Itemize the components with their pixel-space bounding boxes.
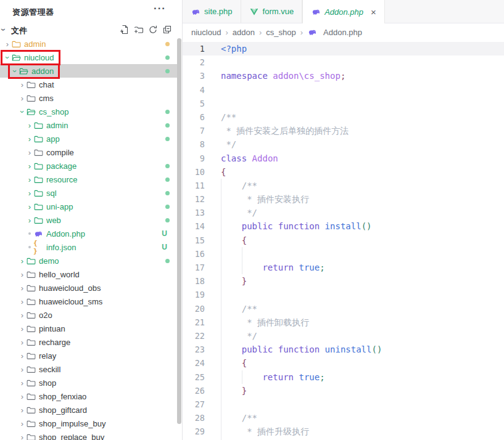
sidebar-scrollbar[interactable] [177,38,181,424]
tree-item-uni-app[interactable]: ›uni-app [0,200,177,213]
code-line-6[interactable]: 6/** [183,110,504,124]
changes-dot-badge [165,55,170,60]
chevron-collapsed-icon: › [26,203,33,211]
code-line-13[interactable]: 13 */ [183,206,504,219]
code-line-3[interactable]: 3namespace addon\cs_shop; [183,69,504,83]
breadcrumb-item-addon[interactable]: addon [233,28,255,37]
tree-item-label: relay [39,351,56,361]
tree-item-seckill[interactable]: ›seckill [0,362,177,376]
code-line-17[interactable]: 17 return true; [183,261,504,274]
tree-item-label: niucloud [24,53,54,62]
tree-item-niucloud[interactable]: ›niucloud [0,51,177,64]
code-line-10[interactable]: 10{ [183,165,504,179]
code-line-25[interactable]: 25 return true; [183,370,504,384]
code-line-24[interactable]: 24 { [183,356,504,370]
tree-item-relay[interactable]: ›relay [0,349,177,362]
tree-item-recharge[interactable]: ›recharge [0,335,177,349]
code-text: { [221,234,247,247]
code-line-20[interactable]: 20 /** [183,302,504,316]
tree-item-app[interactable]: ›app [0,132,177,145]
changes-dot-badge [165,69,170,73]
tree-item-admin[interactable]: ›admin [0,37,177,51]
tree-item-package[interactable]: ›package [0,159,177,173]
breadcrumb-item-cs_shop[interactable]: cs_shop [266,28,295,37]
collapse-all-icon[interactable] [162,25,172,35]
tree-item-shop_giftcard[interactable]: ›shop_giftcard [0,403,177,417]
code-view[interactable]: 1<?php23namespace addon\cs_shop;456/**7 … [183,41,504,440]
refresh-icon[interactable] [148,25,158,35]
tree-item-o2o[interactable]: ›o2o [0,308,177,322]
code-text: public function uninstall() [221,343,382,356]
line-number: 16 [183,247,205,261]
git-untracked-badge: U [162,243,167,251]
new-folder-icon[interactable] [134,25,144,35]
tree-item-web[interactable]: ›web [0,213,177,227]
tree-item-Addon.php[interactable]: Addon.phpU [0,227,177,240]
code-line-1[interactable]: 1<?php [183,42,504,55]
chevron-down-icon: › [0,28,9,31]
tree-item-hello_world[interactable]: ›hello_world [0,267,177,281]
tab-Addon.php[interactable]: Addon.php× [302,0,385,23]
code-line-22[interactable]: 22 */ [183,329,504,343]
code-line-23[interactable]: 23 public function uninstall() [183,343,504,356]
code-line-14[interactable]: 14 public function install() [183,219,504,233]
line-number: 17 [183,261,205,274]
tree-item-pintuan[interactable]: ›pintuan [0,322,177,335]
code-line-28[interactable]: 28 /** [183,411,504,425]
more-actions-icon[interactable]: ··· [154,2,166,15]
folder-icon [26,378,36,388]
indent-guide [221,234,221,247]
breadcrumb-item-Addon.php[interactable]: Addon.php [307,28,362,37]
tree-item-shop[interactable]: ›shop [0,376,177,389]
code-line-8[interactable]: 8 */ [183,137,504,151]
code-line-19[interactable]: 19 [183,288,504,301]
line-number: 24 [183,356,205,370]
code-line-5[interactable]: 5 [183,97,504,110]
tree-item-huaweicloud_obs[interactable]: ›huaweicloud_obs [0,281,177,295]
code-line-21[interactable]: 21 * 插件卸载执行 [183,316,504,329]
tree-item-chat[interactable]: ›chat [0,78,177,91]
tab-site.php[interactable]: site.php [183,0,241,23]
tree-item-cs_shop[interactable]: ›cs_shop [0,105,177,118]
new-file-icon[interactable] [120,25,130,35]
code-line-9[interactable]: 9class Addon [183,152,504,165]
tree-item-demo[interactable]: ›demo [0,254,177,267]
code-line-27[interactable]: 27 [183,397,504,411]
tree-item-sql[interactable]: ›sql [0,186,177,200]
close-icon[interactable]: × [371,7,376,17]
code-line-4[interactable]: 4 [183,83,504,97]
code-line-16[interactable]: 16 [183,247,504,261]
code-line-7[interactable]: 7 * 插件安装之后单独的插件方法 [183,124,504,137]
breadcrumb-item-niucloud[interactable]: niucloud [191,28,221,37]
files-section-header[interactable]: › 文件 [0,23,182,38]
code-line-12[interactable]: 12 * 插件安装执行 [183,192,504,206]
tab-form.vue[interactable]: form.vue [241,0,303,23]
tree-item-shop_impulse_buy[interactable]: ›shop_impulse_buy [0,417,177,430]
code-line-15[interactable]: 15 { [183,234,504,247]
code-line-2[interactable]: 2 [183,55,504,69]
tree-item-shop_replace_buy[interactable]: ›shop_replace_buy [0,430,177,440]
tree-item-addon[interactable]: ›addon [0,64,177,78]
tree-item-label: compile [46,148,74,157]
chevron-collapsed-icon: › [19,271,26,279]
changes-dot-badge [165,177,170,182]
php-icon [33,229,43,238]
changes-dot-badge [165,42,170,46]
code-text: * 插件卸载执行 [221,316,309,329]
line-number: 29 [183,425,205,438]
tree-item-admin[interactable]: ›admin [0,118,177,132]
tree-item-cms[interactable]: ›cms [0,91,177,105]
code-line-26[interactable]: 26 } [183,384,504,397]
code-line-11[interactable]: 11 /** [183,179,504,192]
code-line-18[interactable]: 18 } [183,274,504,288]
chevron-collapsed-icon: › [26,189,33,197]
code-line-29[interactable]: 29 * 插件升级执行 [183,425,504,438]
tree-item-shop_fenxiao[interactable]: ›shop_fenxiao [0,389,177,403]
tree-item-compile[interactable]: ›compile [0,145,177,159]
tree-item-info.json[interactable]: { }info.jsonU [0,240,177,254]
line-number: 13 [183,206,205,219]
tree-item-resource[interactable]: ›resource [0,173,177,186]
tab-bar: site.phpform.vueAddon.php× [183,0,504,23]
chevron-collapsed-icon: › [19,379,26,387]
tree-item-huaweicloud_sms[interactable]: ›huaweicloud_sms [0,295,177,308]
